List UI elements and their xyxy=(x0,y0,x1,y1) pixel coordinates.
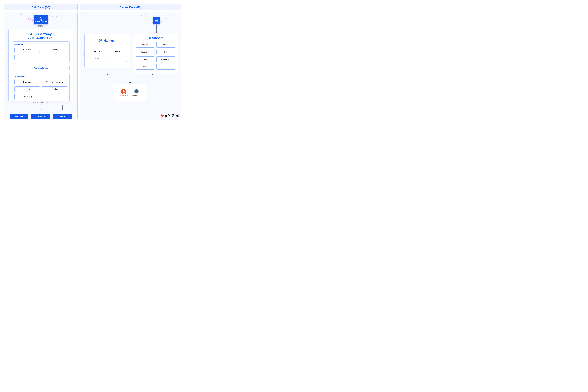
postgresql-icon xyxy=(134,88,140,94)
svg-point-2 xyxy=(156,20,157,21)
storage-box: Prometheus PostgreSQL xyxy=(113,84,147,101)
dpmgr-more: ... ... xyxy=(108,56,127,62)
arrow-cards-to-storage xyxy=(98,68,163,84)
dashboard-item: Monitor Alert xyxy=(156,56,176,62)
global-rule-item: Rate limit xyxy=(14,47,40,53)
gateway-subtitle: Based on ( Apache APISIX ) xyxy=(12,36,70,39)
dp-manager-card: DP Manager Service Route Plugin ... ... xyxy=(84,34,130,68)
api-policy-item: Rate limit xyxy=(14,79,40,85)
svg-point-3 xyxy=(157,20,158,20)
dashboard-item: SSL xyxy=(156,49,176,55)
client-service-node: CLIENT/SERVICE xyxy=(34,15,48,24)
dashboard-item: Route xyxy=(156,42,176,48)
api-policy-item: Logging xyxy=(42,86,67,92)
dpmgr-item: Route xyxy=(108,48,127,54)
logo-text: aPI7.aI xyxy=(165,114,180,118)
api7-ai-logo: aPI7.aI xyxy=(160,113,180,118)
users-node xyxy=(153,17,160,24)
api-policies-label: API Polices xyxy=(14,76,67,78)
dashboard-title: Dashboard xyxy=(136,36,176,40)
prometheus-item: Prometheus xyxy=(120,88,128,96)
arrow-gateway-to-chips xyxy=(14,104,68,111)
arrow-client-to-gateway xyxy=(40,24,42,29)
api-policies-panel: API Polices Rate limit User Authenticati… xyxy=(12,74,70,102)
global-rules-label: Global Rules xyxy=(14,44,67,46)
client-service-label: CLIENT/SERVICE xyxy=(35,21,47,23)
globe-user-icon xyxy=(39,17,42,21)
api-policy-item: Monitoring xyxy=(14,94,40,100)
postgresql-item: PostgreSQL xyxy=(132,88,140,96)
global-rule-item: Security xyxy=(42,47,67,53)
users-icon xyxy=(154,19,158,23)
svg-point-1 xyxy=(41,19,42,20)
destination-chips: PARTNER PRIVATE PUBLIC xyxy=(10,114,72,119)
chip-public: PUBLIC xyxy=(53,114,72,119)
prometheus-icon xyxy=(121,88,127,94)
prometheus-label: Prometheus xyxy=(120,94,128,96)
svg-point-8 xyxy=(137,91,138,91)
dpmgr-item: Plugin xyxy=(87,56,106,62)
api-policy-item: User Authentication xyxy=(42,79,67,85)
api-policy-more: ... ... xyxy=(42,94,67,100)
arrow-users-to-dashboard xyxy=(156,25,157,34)
dashboard-item: Service xyxy=(136,42,155,48)
api-policy-item: Security xyxy=(14,86,40,92)
global-rule-more: ... ... xyxy=(14,54,67,60)
dashboard-card: Dashboard Service Route Consumer SSL Plu… xyxy=(133,34,178,73)
global-rules-panel: Global Rules Rate limit Security ... ... xyxy=(12,42,70,62)
chip-partner: PARTNER xyxy=(10,114,28,119)
arrow-gateway-to-dpmgr xyxy=(71,53,84,55)
logo-bolt-icon xyxy=(160,113,164,118)
gateway-title: API7 Gateway xyxy=(12,32,70,36)
control-plane-title: Control Plane (CP) xyxy=(80,4,181,10)
route-matching-panel: Route Matching xyxy=(12,65,70,71)
dpmgr-item: Service xyxy=(87,48,106,54)
svg-point-7 xyxy=(136,91,136,91)
postgresql-label: PostgreSQL xyxy=(132,94,140,96)
dp-manager-title: DP Manager xyxy=(87,39,127,42)
chip-private: PRIVATE xyxy=(32,114,50,119)
dashboard-item: Consumer xyxy=(136,49,155,55)
api7-gateway-card: API7 Gateway Based on ( Apache APISIX ) … xyxy=(8,29,73,101)
data-plane-title: Data Plane (DP) xyxy=(4,4,78,10)
dashboard-item: Plugin xyxy=(136,56,155,62)
